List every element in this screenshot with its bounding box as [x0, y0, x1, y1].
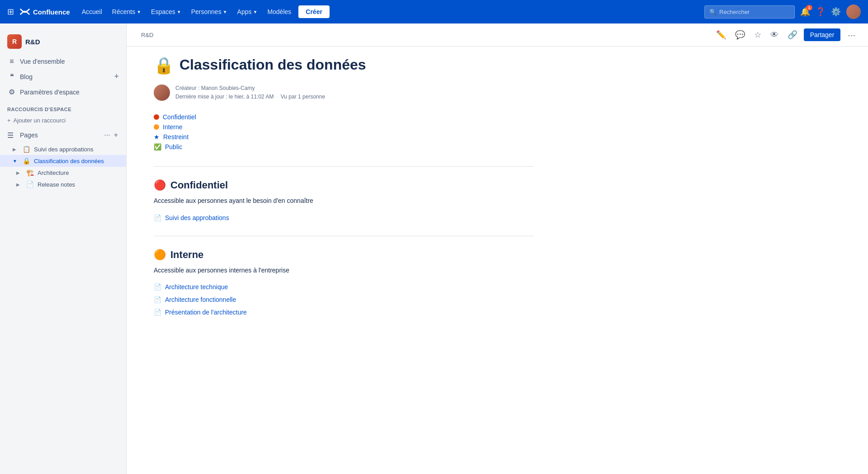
nav-modeles[interactable]: Modèles — [263, 5, 296, 18]
link-suivi-approbations[interactable]: 📄 Suivi des approbations — [154, 212, 533, 223]
blog-add-icon[interactable]: + — [114, 72, 119, 81]
section-interne: 🟠 Interne Accessible aux personnes inter… — [154, 249, 533, 318]
link-archi-tech-icon: 📄 — [154, 283, 161, 291]
create-button[interactable]: Créer — [298, 5, 330, 18]
toc-item-confidentiel: Confidentiel — [154, 112, 533, 122]
interne-heading: 🟠 Interne — [154, 249, 533, 261]
page-views: Vu par 1 personne — [281, 93, 325, 101]
architecture-chevron: ▶ — [16, 170, 23, 175]
watch-button[interactable]: 👁 — [768, 28, 781, 42]
toc-item-restreint: ★ Restreint — [154, 132, 533, 142]
section-confidentiel: 🔴 Confidentiel Accessible aux personnes … — [154, 179, 533, 223]
notification-badge: 1 — [806, 5, 812, 10]
nav-personnes[interactable]: Personnes ▼ — [187, 5, 232, 18]
help-button[interactable]: ❓ — [816, 7, 826, 17]
breadcrumb: R&D — [141, 32, 153, 38]
link-pres-archi-icon: 📄 — [154, 309, 161, 316]
link-architecture-fonctionnelle[interactable]: 📄 Architecture fonctionnelle — [154, 294, 533, 305]
divider-2 — [154, 236, 533, 236]
page-title-emoji: 🔒 — [154, 56, 174, 75]
link-archi-fonc-icon: 📄 — [154, 296, 161, 303]
apps-caret: ▼ — [253, 9, 257, 14]
tree-item-suivi[interactable]: ▶ 📋 Suivi des approbations — [0, 143, 126, 155]
comment-button[interactable]: 💬 — [732, 27, 748, 42]
share-button[interactable]: Partager — [804, 28, 841, 41]
search-box[interactable]: 🔍 Rechercher — [704, 5, 795, 19]
add-shortcut-button[interactable]: + Ajouter un raccourci — [0, 114, 126, 127]
author-row: Créateur : Manon Soubies-Camy Dernière m… — [154, 84, 533, 101]
meta-sep: · — [276, 93, 278, 101]
pages-add-icon[interactable]: + — [113, 130, 119, 140]
author-info: Créateur : Manon Soubies-Camy Dernière m… — [175, 84, 325, 101]
toc-item-public: ✅ Public — [154, 142, 533, 152]
star-button[interactable]: ☆ — [751, 27, 764, 42]
suivi-chevron: ▶ — [13, 147, 19, 152]
confidentiel-heading-text: Confidentiel — [170, 179, 228, 191]
raccourcis-label: RACCOURCIS D'ESPACE — [0, 99, 126, 114]
author-meta: Dernière mise à jour : le hier, à 11:02 … — [175, 93, 325, 101]
nav-recents[interactable]: Récents ▼ — [108, 5, 146, 18]
espaces-caret: ▼ — [177, 9, 181, 14]
toc-list: Confidentiel Interne ★ Restreint ✅ Publi… — [154, 112, 533, 152]
nav-espaces[interactable]: Espaces ▼ — [146, 5, 186, 18]
settings-button[interactable]: ⚙️ — [831, 7, 841, 17]
user-avatar[interactable] — [846, 5, 861, 19]
search-icon: 🔍 — [709, 9, 717, 15]
settings-gear-icon: ⚙ — [7, 88, 16, 96]
link-presentation-architecture[interactable]: 📄 Présentation de l'architecture — [154, 307, 533, 318]
classification-chevron: ▼ — [13, 159, 19, 164]
page-toolbar: R&D ✏️ 💬 ☆ 👁 🔗 Partager ··· — [127, 23, 868, 47]
nav-accueil[interactable]: Accueil — [77, 5, 107, 18]
toc-item-interne: Interne — [154, 122, 533, 132]
main-content: R&D ✏️ 💬 ☆ 👁 🔗 Partager ··· 🔒 Classifica… — [127, 23, 868, 474]
topnav-right: 🔍 Rechercher 🔔 1 ❓ ⚙️ — [704, 5, 861, 19]
notifications-button[interactable]: 🔔 1 — [800, 7, 810, 17]
space-header: R R&D — [0, 31, 126, 54]
release-notes-chevron: ▶ — [16, 182, 23, 187]
toc-star-blue: ★ — [154, 133, 160, 141]
add-shortcut-icon: + — [7, 117, 11, 124]
logo-text: Confluence — [33, 8, 70, 16]
recents-caret: ▼ — [137, 9, 141, 14]
nav-apps[interactable]: Apps ▼ — [233, 5, 262, 18]
pages-more-icon[interactable]: ··· — [103, 130, 111, 140]
page-layout: R R&D ≡ Vue d'ensemble ❝ Blog + ⚙ Paramè… — [0, 0, 868, 474]
personnes-caret: ▼ — [223, 9, 227, 14]
toc-dot-orange — [154, 124, 159, 130]
page-title-row: 🔒 Classification des données — [154, 56, 533, 75]
sidebar-item-vue-ensemble[interactable]: ≡ Vue d'ensemble — [0, 54, 126, 69]
release-notes-page-icon: 📄 — [26, 181, 34, 188]
page-title: Classification des données — [179, 56, 366, 73]
confluence-logo[interactable]: Confluence — [19, 6, 70, 17]
grid-icon[interactable]: ⊞ — [7, 7, 14, 17]
more-actions-button[interactable]: ··· — [844, 28, 859, 42]
confidentiel-heading: 🔴 Confidentiel — [154, 179, 533, 191]
toc-dot-red — [154, 114, 159, 120]
tree-item-release-notes[interactable]: ▶ 📄 Release notes — [0, 178, 126, 190]
toc-link-public[interactable]: Public — [165, 143, 182, 150]
confidentiel-desc: Accessible aux personnes ayant le besoin… — [154, 196, 533, 206]
pages-section-header[interactable]: ☰ Pages ··· + — [0, 127, 126, 143]
interne-emoji: 🟠 — [154, 249, 166, 261]
toc-link-restreint[interactable]: Restreint — [163, 133, 189, 141]
confidentiel-emoji: 🔴 — [154, 179, 166, 191]
link-architecture-technique[interactable]: 📄 Architecture technique — [154, 282, 533, 292]
content-wrapper: 🔒 Classification des données Créateur : … — [127, 23, 868, 347]
interne-desc: Accessible aux personnes internes à l'en… — [154, 265, 533, 275]
last-update: Dernière mise à jour : le hier, à 11:02 … — [175, 93, 274, 101]
space-icon: R — [7, 34, 22, 49]
tree-item-classification[interactable]: ▼ 🔒 Classification des données — [0, 155, 126, 167]
top-navigation: ⊞ Confluence Accueil Récents ▼ Espaces ▼… — [0, 0, 868, 23]
sidebar-item-settings[interactable]: ⚙ Paramètres d'espace — [0, 84, 126, 99]
divider-1 — [154, 166, 533, 167]
toc-link-interne[interactable]: Interne — [163, 123, 183, 131]
pages-icon: ☰ — [7, 131, 16, 140]
toc-link-confidentiel[interactable]: Confidentiel — [163, 113, 196, 121]
edit-button[interactable]: ✏️ — [713, 27, 729, 42]
classification-page-icon: 🔒 — [23, 157, 30, 164]
link-button[interactable]: 🔗 — [785, 27, 800, 42]
author-avatar — [154, 84, 170, 101]
sidebar-item-blog[interactable]: ❝ Blog + — [0, 69, 126, 84]
tree-item-architecture[interactable]: ▶ 🏗️ Architecture — [0, 167, 126, 178]
page-content: 🔒 Classification des données Créateur : … — [127, 47, 561, 347]
